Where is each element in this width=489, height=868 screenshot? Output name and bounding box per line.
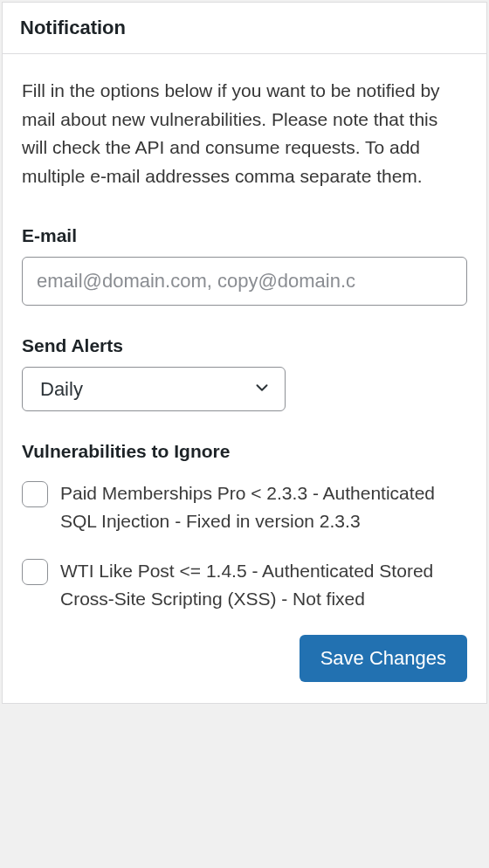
save-button[interactable]: Save Changes [300,635,467,682]
email-label: E-mail [22,225,467,246]
email-field[interactable] [22,257,467,306]
actions-row: Save Changes [22,635,467,682]
send-alerts-label: Send Alerts [22,335,467,356]
intro-text: Fill in the options below if you want to… [22,77,467,190]
ignore-list: Paid Memberships Pro < 2.3.3 - Authentic… [22,479,467,612]
ignore-item: Paid Memberships Pro < 2.3.3 - Authentic… [22,479,467,534]
ignore-item-label[interactable]: WTI Like Post <= 1.4.5 - Authenticated S… [60,557,467,612]
panel-header: Notification [3,3,486,54]
send-alerts-select[interactable]: Daily [22,367,286,411]
ignore-label: Vulnerabilities to Ignore [22,441,467,462]
ignore-checkbox[interactable] [22,481,48,507]
ignore-item-label[interactable]: Paid Memberships Pro < 2.3.3 - Authentic… [60,479,467,534]
ignore-checkbox[interactable] [22,559,48,585]
panel-body: Fill in the options below if you want to… [3,54,486,703]
panel-title: Notification [20,17,469,39]
send-alerts-select-wrap: Daily [22,367,286,411]
notification-panel: Notification Fill in the options below i… [2,2,487,704]
ignore-item: WTI Like Post <= 1.4.5 - Authenticated S… [22,557,467,612]
